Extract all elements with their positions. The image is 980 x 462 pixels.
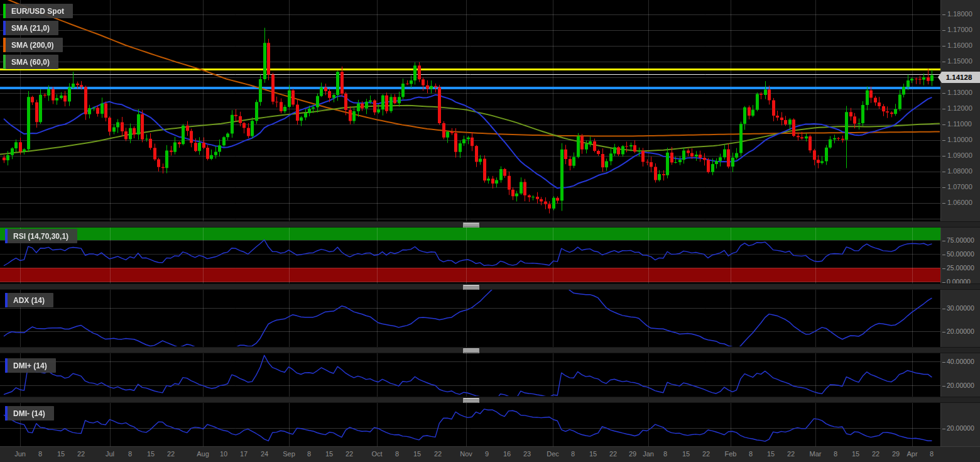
time-axis-label: 22 bbox=[702, 450, 710, 458]
price-axis-label: 1.15000 bbox=[942, 57, 972, 65]
rsi-axis-label: 75.00000 bbox=[942, 236, 974, 244]
time-axis-label: 15 bbox=[682, 450, 690, 458]
time-axis-label: 15 bbox=[767, 450, 775, 458]
legend-label: SMA (21,0) bbox=[6, 21, 58, 35]
time-axis-label: 8 bbox=[128, 450, 132, 458]
time-axis-label: 24 bbox=[261, 450, 268, 458]
time-axis-label: 15 bbox=[147, 450, 155, 458]
legend-pill[interactable]: DMI+ (14) bbox=[5, 358, 56, 373]
time-axis-label: Jul bbox=[106, 450, 114, 458]
time-axis-label: Mar bbox=[810, 450, 822, 458]
legend-label: DMI- (14) bbox=[8, 406, 54, 421]
time-axis-label: 8 bbox=[834, 450, 837, 458]
legend-pill[interactable]: EUR/USD Spot bbox=[3, 4, 73, 18]
time-axis-label: 15 bbox=[325, 450, 333, 458]
time-axis-label: 17 bbox=[240, 450, 248, 458]
time-axis-label: 15 bbox=[57, 450, 65, 458]
time-axis-label: 22 bbox=[77, 450, 85, 458]
time-axis-label: 22 bbox=[346, 450, 353, 458]
separator-grip-icon[interactable] bbox=[463, 285, 479, 290]
trading-chart-window: EUR/USD SpotSMA (21,0)SMA (200,0)SMA (60… bbox=[0, 0, 980, 462]
time-axis-label: Jun bbox=[14, 450, 26, 458]
price-axis-label: 1.16000 bbox=[942, 41, 972, 49]
time-axis-label: Nov bbox=[460, 450, 472, 458]
time-axis-label: Dec bbox=[547, 450, 559, 458]
price-axis-label: 1.13000 bbox=[942, 89, 972, 96]
time-axis-label: 10 bbox=[220, 450, 227, 458]
legend-label: SMA (200,0) bbox=[6, 38, 63, 52]
time-axis-label: Aug bbox=[197, 450, 209, 458]
adx-axis-label: 30.00000 bbox=[942, 304, 974, 312]
legend-pill[interactable]: SMA (60,0) bbox=[3, 55, 58, 69]
time-axis-label: 8 bbox=[571, 450, 575, 458]
legend-pill[interactable]: SMA (21,0) bbox=[3, 21, 58, 35]
time-axis-label: 15 bbox=[589, 450, 597, 458]
time-axis-label: Feb bbox=[725, 450, 737, 458]
legend-label: DMI+ (14) bbox=[8, 358, 56, 373]
time-axis-label: 8 bbox=[663, 450, 667, 458]
price-axis-label: 1.07000 bbox=[942, 183, 972, 190]
price-axis-label: 1.17000 bbox=[942, 26, 972, 33]
separator-grip-icon[interactable] bbox=[463, 398, 479, 403]
dmi_plus-axis-label: 40.00000 bbox=[942, 358, 974, 365]
time-axis-label: Sep bbox=[283, 450, 295, 458]
price-axis-label: 1.06000 bbox=[942, 199, 972, 206]
price-axis-label: 1.09000 bbox=[942, 151, 972, 159]
time-axis-label: 22 bbox=[609, 450, 617, 458]
rsi-axis-label: 25.00000 bbox=[942, 264, 974, 272]
price-axis-label: 1.08000 bbox=[942, 167, 972, 175]
time-axis-label: 16 bbox=[503, 450, 511, 458]
price-axis-label: 1.10000 bbox=[942, 136, 972, 143]
price-axis-label: 1.18000 bbox=[942, 10, 972, 18]
legend-label: SMA (60,0) bbox=[6, 55, 58, 69]
time-axis-label: 23 bbox=[523, 450, 531, 458]
separator-grip-icon[interactable] bbox=[463, 223, 479, 228]
time-axis-label: Apr bbox=[906, 450, 917, 458]
adx-axis-label: 20.00000 bbox=[942, 327, 974, 335]
time-axis-label: 22 bbox=[872, 450, 879, 458]
legend-pill[interactable]: SMA (200,0) bbox=[3, 38, 63, 52]
dmi_plus-axis-label: 20.00000 bbox=[942, 382, 974, 389]
time-axis-label: 8 bbox=[307, 450, 311, 458]
time-axis-label: Jan bbox=[643, 450, 654, 458]
legend-pill[interactable]: DMI- (14) bbox=[5, 406, 54, 421]
time-axis-label: 22 bbox=[434, 450, 442, 458]
legend-pill[interactable]: ADX (14) bbox=[5, 293, 53, 307]
time-axis-label: 9 bbox=[485, 450, 489, 458]
panel-separator[interactable] bbox=[0, 221, 980, 228]
price-axis-label: 1.12000 bbox=[942, 104, 972, 112]
chart-canvas[interactable] bbox=[0, 0, 980, 462]
dmi_minus-axis-label: 20.00000 bbox=[942, 424, 974, 432]
time-axis-label: 29 bbox=[892, 450, 900, 458]
time-axis-label: 22 bbox=[167, 450, 175, 458]
legend-label: EUR/USD Spot bbox=[6, 4, 73, 18]
rsi-axis-label: 50.00000 bbox=[942, 250, 974, 258]
price-axis-label: 1.11000 bbox=[942, 120, 972, 128]
time-axis-label: 15 bbox=[852, 450, 859, 458]
time-axis-label: 8 bbox=[749, 450, 753, 458]
time-axis-label: 29 bbox=[629, 450, 636, 458]
time-axis-label: 8 bbox=[38, 450, 42, 458]
current-price-badge: 1.14128 bbox=[938, 72, 980, 83]
panel-separator[interactable] bbox=[0, 347, 980, 353]
time-axis-label: 22 bbox=[787, 450, 795, 458]
time-axis-label: 15 bbox=[413, 450, 421, 458]
legend-label: ADX (14) bbox=[8, 293, 53, 307]
time-axis-label: 8 bbox=[930, 450, 934, 458]
time-axis-label: Oct bbox=[371, 450, 382, 458]
separator-grip-icon[interactable] bbox=[463, 348, 479, 353]
panel-separator[interactable] bbox=[0, 283, 980, 290]
legend-pill[interactable]: RSI (14,70,30,1) bbox=[5, 229, 77, 243]
time-axis-label: 8 bbox=[395, 450, 399, 458]
panel-separator[interactable] bbox=[0, 397, 980, 403]
legend-label: RSI (14,70,30,1) bbox=[8, 229, 77, 243]
